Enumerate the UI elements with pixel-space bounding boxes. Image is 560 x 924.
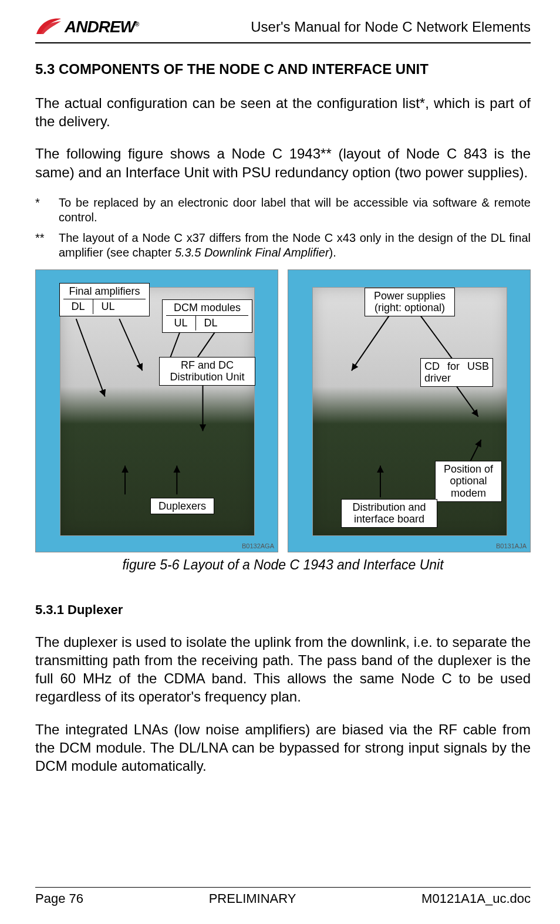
callout-rf-dc: RF and DC Distribution Unit [159,357,255,386]
callout-cd-usb: CD for USB driver [420,358,493,387]
callout-dcm-label: DCM modules [166,302,248,314]
footer-page: Page 76 [35,891,83,906]
callout-optional-modem: Position of optional modem [435,461,502,502]
section-5-3-para1: The actual configuration can be seen at … [35,94,531,130]
footnote-1: * To be replaced by an electronic door l… [35,195,531,225]
brand-name: ANDREW [65,18,135,36]
figure-right-ref: B0131AJA [496,542,527,549]
footnote-2: ** The layout of a Node C x37 differs fr… [35,231,531,260]
brand-reg: ® [135,21,139,28]
page-header: ANDREW® User's Manual for Node C Network… [35,18,531,43]
callout-dcm-dl: DL [196,316,225,331]
figure-left-ref: B0132AGA [242,542,274,549]
section-5-3-para2: The following figure shows a Node C 1943… [35,144,531,181]
document-title: User's Manual for Node C Network Element… [251,19,531,35]
figure-5-6: Final amplifiers DL UL DCM modules UL DL… [35,269,531,552]
section-5-3-1-heading: 5.3.1 Duplexer [35,602,531,618]
page-footer: Page 76 PRELIMINARY M0121A1A_uc.doc [35,887,531,906]
callout-power-supplies: Power supplies (right: optional) [365,288,455,316]
callout-dcm-modules: DCM modules UL DL [162,299,252,333]
footnote-2-mark: ** [35,231,59,260]
callout-final-amp-dl: DL [63,299,93,314]
footnote-2-text-em: 5.3.5 Downlink Final Amplifier [175,246,329,259]
footnote-2-text: The layout of a Node C x37 differs from … [59,231,531,260]
footnote-1-mark: * [35,195,59,225]
callout-duplexers: Duplexers [150,498,214,515]
figure-right-panel: Power supplies (right: optional) CD for … [288,269,531,552]
callout-final-amplifiers: Final amplifiers DL UL [59,283,150,316]
callout-distribution-board: Distribution and interface board [341,499,437,528]
brand-logo: ANDREW® [35,18,139,36]
section-5-3-heading: 5.3 COMPONENTS OF THE NODE C AND INTERFA… [35,61,531,77]
section-5-3-1-para1: The duplexer is used to isolate the upli… [35,633,531,706]
figure-5-6-caption: figure 5-6 Layout of a Node C 1943 and I… [35,557,531,573]
callout-final-amplifiers-label: Final amplifiers [63,285,146,298]
callout-final-amp-ul: UL [93,299,123,314]
footnote-1-text: To be replaced by an electronic door lab… [59,195,531,225]
callout-dcm-ul: UL [166,316,196,331]
footer-status: PRELIMINARY [209,891,296,906]
figure-left-panel: Final amplifiers DL UL DCM modules UL DL… [35,269,278,552]
brand-swoosh-icon [35,18,62,35]
footnote-2-text-b: ). [329,246,336,259]
section-5-3-1-para2: The integrated LNAs (low noise amplifier… [35,720,531,775]
footer-file: M0121A1A_uc.doc [421,891,531,906]
